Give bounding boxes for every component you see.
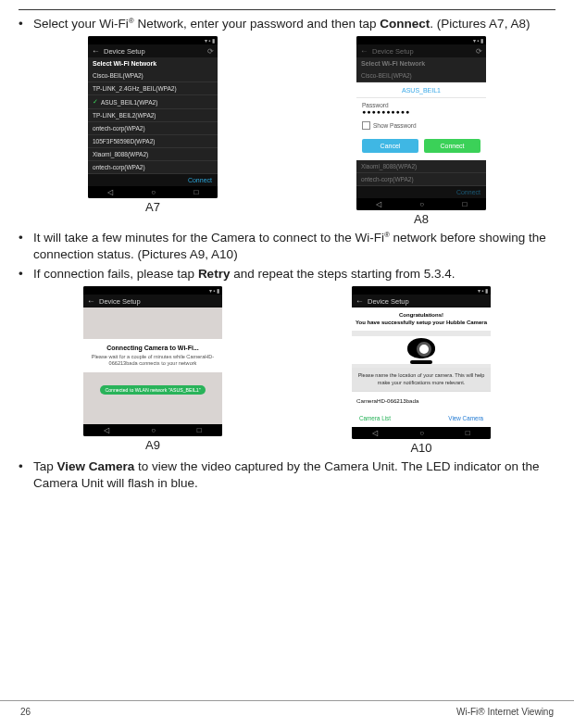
success-instruction: Please name the location of your camera.… [352, 368, 491, 391]
figure-a8: ▾ ▪ ▮ ←Device Setup ⟳ Select Wi-Fi Netwo… [356, 36, 486, 228]
nav-home-icon[interactable]: ○ [151, 188, 156, 196]
refresh-icon: ⟳ [476, 47, 482, 56]
screenshot-row-1: ▾ ▪ ▮ ←Device Setup ⟳ Select Wi-Fi Netwo… [19, 36, 555, 228]
camera-list-button[interactable]: Camera List [359, 415, 391, 421]
connecting-heading: Connecting Camera to Wi-Fi... [87, 345, 218, 351]
app-bar: ←Device Setup ⟳ [88, 44, 218, 57]
nav-back-icon[interactable]: ◁ [372, 429, 378, 437]
figure-caption: A8 [356, 212, 486, 226]
screen-title: Device Setup [368, 297, 409, 306]
top-rule [19, 9, 555, 10]
screen-title: Device Setup [372, 47, 414, 56]
wifi-row[interactable]: Cisco-BEIL(WPA2) [88, 69, 218, 82]
app-bar: ←Device Setup ⟳ [356, 44, 486, 57]
connected-badge: Connected to WLAN network "ASUS_BEIL1" [100, 385, 205, 395]
figure-caption: A9 [83, 438, 222, 452]
instruction-text: Tap View Camera to view the video captur… [33, 458, 555, 492]
password-field[interactable]: Password ●●●●●●●●●● [356, 98, 486, 119]
wifi-row-dim: Xiaomi_8088(WPA2) [356, 160, 486, 173]
app-bar: ←Device Setup [352, 295, 491, 308]
nav-recent-icon[interactable]: □ [197, 426, 202, 434]
refresh-icon: ⟳ [207, 47, 214, 56]
instruction-item: • Tap View Camera to view the video capt… [19, 458, 555, 492]
wifi-row-dim: Cisco-BEIL(WPA2) [356, 69, 486, 82]
success-panel: Congratulations! You have successfully s… [352, 308, 491, 427]
wifi-row[interactable]: 105F3F58598D(WPA2) [88, 135, 218, 148]
wifi-row[interactable]: ontech-corp(WPA2) [88, 122, 218, 135]
nav-home-icon[interactable]: ○ [419, 200, 424, 208]
connect-footer[interactable]: Connect [88, 174, 218, 186]
show-password-label: Show Password [373, 122, 417, 129]
screen-title: Device Setup [104, 47, 145, 56]
back-icon: ← [87, 296, 95, 306]
nav-home-icon[interactable]: ○ [151, 426, 156, 434]
camera-icon [406, 336, 437, 364]
section-title: Wi-Fi® Internet Viewing [456, 707, 554, 717]
wifi-row[interactable]: ontech-corp(WPA2) [88, 161, 218, 174]
page-footer: 26 Wi-Fi® Internet Viewing [0, 700, 574, 717]
wifi-list: Cisco-BEIL(WPA2) TP-LINK_2.4GHz_BEIL(WPA… [88, 69, 218, 174]
app-bar: ←Device Setup [83, 295, 222, 308]
android-navbar: ◁○□ [352, 427, 491, 439]
screen-title: Device Setup [99, 297, 141, 306]
connect-button[interactable]: Connect [424, 139, 480, 153]
screenshot-row-2: ▾ ▪ ▮ ←Device Setup Connecting Camera to… [19, 286, 555, 457]
password-value: ●●●●●●●●●● [362, 108, 480, 115]
checkbox-icon[interactable] [362, 121, 370, 130]
dialog-title: ASUS_BEIL1 [356, 82, 486, 98]
page-number: 26 [20, 707, 31, 717]
bullet-icon: • [19, 230, 33, 263]
instruction-text: It will take a few minutes for the Camer… [33, 230, 555, 263]
camera-name-field[interactable]: CameraHD-066213bada [352, 391, 491, 409]
back-icon: ← [356, 296, 364, 306]
bullet-icon: • [19, 458, 33, 492]
phone-mock: ▾ ▪ ▮ ←Device Setup ⟳ Select Wi-Fi Netwo… [356, 36, 486, 210]
status-bar: ▾ ▪ ▮ [88, 36, 218, 44]
panel-title: Select Wi-Fi Network [356, 57, 486, 69]
dialog-buttons: Cancel Connect [356, 135, 486, 160]
instruction-text: If connection fails, please tap Retry an… [33, 266, 555, 282]
nav-recent-icon[interactable]: □ [462, 200, 467, 208]
show-password-row[interactable]: Show Password [356, 119, 486, 135]
instruction-item: • If connection fails, please tap Retry … [19, 266, 555, 282]
panel-title: Select Wi-Fi Network [88, 57, 218, 69]
phone-mock: ▾ ▪ ▮ ←Device Setup Connecting Camera to… [83, 286, 222, 437]
status-bar: ▾ ▪ ▮ [356, 36, 486, 44]
nav-back-icon[interactable]: ◁ [107, 188, 113, 196]
connecting-panel: Connecting Camera to Wi-Fi... Please wai… [83, 308, 222, 425]
wifi-row-selected[interactable]: ASUS_BEIL1(WPA2) [88, 95, 218, 109]
status-bar: ▾ ▪ ▮ [83, 286, 222, 295]
nav-recent-icon[interactable]: □ [466, 429, 470, 437]
manual-page: • Select your Wi-Fi® Network, enter your… [0, 0, 574, 728]
back-icon: ← [92, 46, 100, 56]
nav-home-icon[interactable]: ○ [419, 429, 424, 437]
android-navbar: ◁○□ [83, 424, 222, 436]
view-camera-button[interactable]: View Camera [448, 415, 483, 421]
instruction-item: • Select your Wi-Fi® Network, enter your… [19, 16, 555, 32]
connecting-body: Please wait for a couple of minutes whil… [87, 354, 218, 368]
android-navbar: ◁○□ [88, 186, 218, 198]
figure-a9: ▾ ▪ ▮ ←Device Setup Connecting Camera to… [83, 286, 222, 457]
android-navbar: ◁○□ [356, 198, 486, 210]
bullet-icon: • [19, 16, 33, 32]
wifi-row[interactable]: Xiaomi_8088(WPA2) [88, 148, 218, 161]
wifi-row[interactable]: TP-LINK_BEIL2(WPA2) [88, 109, 218, 122]
wifi-row-dim: ontech-corp(WPA2) [356, 173, 486, 186]
nav-back-icon[interactable]: ◁ [376, 200, 381, 208]
cancel-button[interactable]: Cancel [362, 139, 418, 153]
success-heading: Congratulations! You have successfully s… [352, 308, 491, 332]
instruction-text: Select your Wi-Fi® Network, enter your p… [33, 16, 555, 32]
phone-mock: ▾ ▪ ▮ ←Device Setup Congratulations! You… [352, 286, 491, 439]
success-actions: Camera List View Camera [352, 409, 491, 427]
instruction-list: • Select your Wi-Fi® Network, enter your… [19, 16, 555, 32]
connecting-message: Connecting Camera to Wi-Fi... Please wai… [83, 339, 222, 373]
nav-back-icon[interactable]: ◁ [104, 426, 109, 434]
nav-recent-icon[interactable]: □ [193, 188, 198, 196]
connect-footer: Connect [356, 186, 486, 198]
figure-caption: A10 [352, 441, 491, 455]
password-dialog: ASUS_BEIL1 Password ●●●●●●●●●● Show Pass… [356, 82, 486, 160]
instruction-item: • It will take a few minutes for the Cam… [19, 230, 555, 263]
instruction-list: • Tap View Camera to view the video capt… [19, 458, 555, 492]
wifi-row[interactable]: TP-LINK_2.4GHz_BEIL(WPA2) [88, 82, 218, 95]
instruction-list: • It will take a few minutes for the Cam… [19, 230, 555, 282]
